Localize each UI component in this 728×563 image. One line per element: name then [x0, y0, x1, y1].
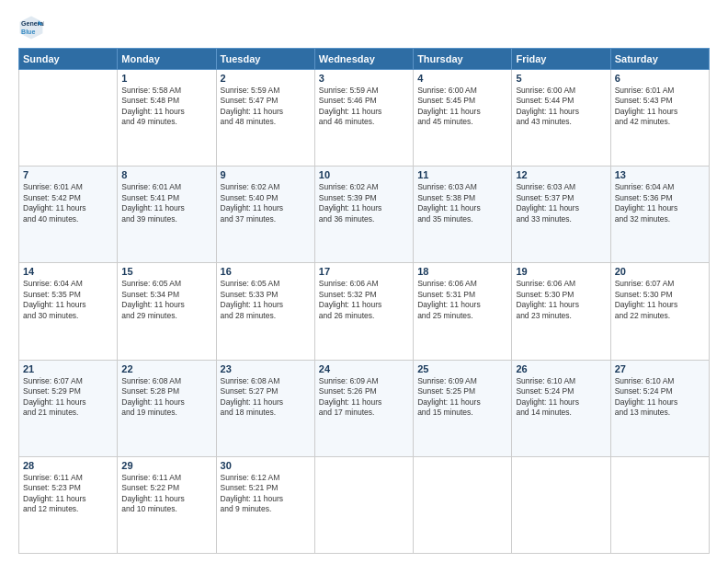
header: General Blue [18, 15, 710, 40]
day-info: Sunrise: 6:09 AMSunset: 5:25 PMDaylight:… [417, 376, 507, 419]
calendar-cell: 5Sunrise: 6:00 AMSunset: 5:44 PMDaylight… [512, 70, 610, 167]
day-info: Sunrise: 6:11 AMSunset: 5:22 PMDaylight:… [121, 473, 211, 515]
calendar-cell: 11Sunrise: 6:03 AMSunset: 5:38 PMDayligh… [414, 167, 512, 263]
calendar-cell: 24Sunrise: 6:09 AMSunset: 5:26 PMDayligh… [314, 360, 413, 456]
day-info: Sunrise: 6:02 AMSunset: 5:40 PMDaylight:… [221, 182, 311, 224]
day-number: 20 [615, 266, 705, 277]
calendar-cell: 30Sunrise: 6:12 AMSunset: 5:21 PMDayligh… [216, 456, 314, 553]
calendar-cell [314, 456, 413, 553]
day-info: Sunrise: 6:07 AMSunset: 5:30 PMDaylight:… [615, 279, 705, 321]
col-header-sunday: Sunday [19, 49, 118, 70]
col-header-saturday: Saturday [610, 49, 709, 70]
calendar-cell: 28Sunrise: 6:11 AMSunset: 5:23 PMDayligh… [19, 456, 118, 553]
calendar-cell: 16Sunrise: 6:05 AMSunset: 5:33 PMDayligh… [216, 263, 314, 360]
day-number: 15 [121, 266, 211, 277]
week-row-2: 7Sunrise: 6:01 AMSunset: 5:42 PMDaylight… [19, 167, 710, 263]
day-info: Sunrise: 6:06 AMSunset: 5:30 PMDaylight:… [516, 279, 606, 321]
day-info: Sunrise: 6:01 AMSunset: 5:42 PMDaylight:… [23, 182, 113, 224]
day-number: 19 [516, 266, 606, 277]
day-info: Sunrise: 6:06 AMSunset: 5:31 PMDaylight:… [417, 279, 507, 321]
calendar-cell: 19Sunrise: 6:06 AMSunset: 5:30 PMDayligh… [512, 263, 610, 360]
logo-icon: General Blue [18, 15, 44, 40]
day-number: 12 [516, 169, 606, 180]
day-info: Sunrise: 6:09 AMSunset: 5:26 PMDaylight:… [319, 376, 409, 419]
day-info: Sunrise: 6:03 AMSunset: 5:37 PMDaylight:… [516, 182, 606, 224]
col-header-wednesday: Wednesday [314, 49, 413, 70]
calendar-cell: 22Sunrise: 6:08 AMSunset: 5:28 PMDayligh… [118, 360, 216, 456]
day-number: 5 [516, 73, 606, 84]
day-number: 8 [121, 169, 211, 180]
day-number: 1 [121, 73, 211, 84]
day-number: 9 [221, 169, 311, 180]
day-info: Sunrise: 6:06 AMSunset: 5:32 PMDaylight:… [319, 279, 409, 321]
calendar-cell: 13Sunrise: 6:04 AMSunset: 5:36 PMDayligh… [610, 167, 709, 263]
svg-marker-0 [20, 17, 43, 40]
day-info: Sunrise: 6:05 AMSunset: 5:34 PMDaylight:… [121, 279, 211, 321]
day-info: Sunrise: 6:05 AMSunset: 5:33 PMDaylight:… [221, 279, 311, 321]
day-number: 10 [319, 169, 409, 180]
calendar-cell: 7Sunrise: 6:01 AMSunset: 5:42 PMDaylight… [19, 167, 118, 263]
col-header-thursday: Thursday [414, 49, 512, 70]
col-header-monday: Monday [118, 49, 216, 70]
day-number: 22 [121, 363, 211, 374]
page: General Blue SundayMondayTuesdayWednesda… [0, 0, 728, 563]
calendar-cell: 26Sunrise: 6:10 AMSunset: 5:24 PMDayligh… [512, 360, 610, 456]
calendar-cell: 18Sunrise: 6:06 AMSunset: 5:31 PMDayligh… [414, 263, 512, 360]
calendar-cell: 17Sunrise: 6:06 AMSunset: 5:32 PMDayligh… [314, 263, 413, 360]
day-info: Sunrise: 6:00 AMSunset: 5:45 PMDaylight:… [417, 86, 507, 128]
day-info: Sunrise: 5:59 AMSunset: 5:46 PMDaylight:… [319, 86, 409, 128]
svg-text:Blue: Blue [21, 29, 35, 35]
day-info: Sunrise: 6:07 AMSunset: 5:29 PMDaylight:… [23, 376, 113, 419]
day-number: 14 [23, 266, 113, 277]
day-number: 2 [221, 73, 311, 84]
calendar-cell: 12Sunrise: 6:03 AMSunset: 5:37 PMDayligh… [512, 167, 610, 263]
day-info: Sunrise: 6:01 AMSunset: 5:41 PMDaylight:… [121, 182, 211, 224]
day-info: Sunrise: 6:01 AMSunset: 5:43 PMDaylight:… [615, 86, 705, 128]
calendar-cell [610, 456, 709, 553]
day-number: 11 [417, 169, 507, 180]
day-number: 29 [121, 460, 211, 471]
day-info: Sunrise: 6:10 AMSunset: 5:24 PMDaylight:… [615, 376, 705, 419]
day-info: Sunrise: 5:59 AMSunset: 5:47 PMDaylight:… [221, 86, 311, 128]
calendar-cell: 27Sunrise: 6:10 AMSunset: 5:24 PMDayligh… [610, 360, 709, 456]
calendar-cell: 8Sunrise: 6:01 AMSunset: 5:41 PMDaylight… [118, 167, 216, 263]
calendar-cell: 3Sunrise: 5:59 AMSunset: 5:46 PMDaylight… [314, 70, 413, 167]
day-info: Sunrise: 5:58 AMSunset: 5:48 PMDaylight:… [121, 86, 211, 128]
day-number: 17 [319, 266, 409, 277]
calendar-cell: 9Sunrise: 6:02 AMSunset: 5:40 PMDaylight… [216, 167, 314, 263]
calendar-cell: 25Sunrise: 6:09 AMSunset: 5:25 PMDayligh… [414, 360, 512, 456]
calendar-cell [414, 456, 512, 553]
week-row-3: 14Sunrise: 6:04 AMSunset: 5:35 PMDayligh… [19, 263, 710, 360]
logo: General Blue [18, 15, 48, 40]
day-info: Sunrise: 6:12 AMSunset: 5:21 PMDaylight:… [221, 473, 311, 515]
day-number: 21 [23, 363, 113, 374]
day-number: 30 [221, 460, 311, 471]
week-row-1: 1Sunrise: 5:58 AMSunset: 5:48 PMDaylight… [19, 70, 710, 167]
calendar-cell: 23Sunrise: 6:08 AMSunset: 5:27 PMDayligh… [216, 360, 314, 456]
day-info: Sunrise: 6:08 AMSunset: 5:28 PMDaylight:… [121, 376, 211, 419]
calendar-cell: 4Sunrise: 6:00 AMSunset: 5:45 PMDaylight… [414, 70, 512, 167]
day-number: 23 [221, 363, 311, 374]
day-number: 27 [615, 363, 705, 374]
calendar-cell: 10Sunrise: 6:02 AMSunset: 5:39 PMDayligh… [314, 167, 413, 263]
col-header-tuesday: Tuesday [216, 49, 314, 70]
day-number: 4 [417, 73, 507, 84]
calendar-cell [19, 70, 118, 167]
day-number: 6 [615, 73, 705, 84]
day-info: Sunrise: 6:08 AMSunset: 5:27 PMDaylight:… [221, 376, 311, 419]
week-row-4: 21Sunrise: 6:07 AMSunset: 5:29 PMDayligh… [19, 360, 710, 456]
calendar-cell: 20Sunrise: 6:07 AMSunset: 5:30 PMDayligh… [610, 263, 709, 360]
day-number: 26 [516, 363, 606, 374]
day-info: Sunrise: 6:03 AMSunset: 5:38 PMDaylight:… [417, 182, 507, 224]
day-info: Sunrise: 6:11 AMSunset: 5:23 PMDaylight:… [23, 473, 113, 515]
week-row-5: 28Sunrise: 6:11 AMSunset: 5:23 PMDayligh… [19, 456, 710, 553]
day-number: 28 [23, 460, 113, 471]
calendar-cell: 1Sunrise: 5:58 AMSunset: 5:48 PMDaylight… [118, 70, 216, 167]
calendar-cell: 29Sunrise: 6:11 AMSunset: 5:22 PMDayligh… [118, 456, 216, 553]
day-number: 13 [615, 169, 705, 180]
calendar-cell [512, 456, 610, 553]
day-number: 16 [221, 266, 311, 277]
calendar-cell: 15Sunrise: 6:05 AMSunset: 5:34 PMDayligh… [118, 263, 216, 360]
calendar-cell: 2Sunrise: 5:59 AMSunset: 5:47 PMDaylight… [216, 70, 314, 167]
day-info: Sunrise: 6:10 AMSunset: 5:24 PMDaylight:… [516, 376, 606, 419]
